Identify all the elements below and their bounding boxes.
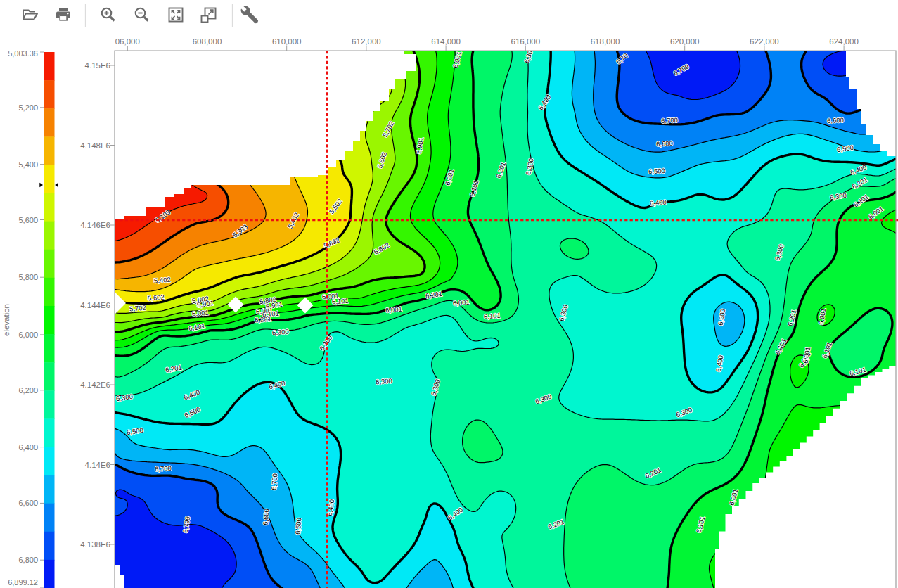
svg-text:6,600: 6,600 [656, 139, 673, 148]
svg-text:5,602: 5,602 [148, 293, 165, 302]
svg-text:6,400: 6,400 [650, 198, 667, 207]
svg-text:5,402: 5,402 [154, 276, 172, 285]
svg-text:6,500: 6,500 [294, 518, 303, 535]
svg-text:6,001: 6,001 [192, 309, 210, 318]
svg-text:6,300: 6,300 [376, 377, 393, 386]
svg-text:6,101: 6,101 [484, 312, 501, 321]
svg-text:6,600: 6,600 [262, 509, 271, 526]
svg-text:6,600: 6,600 [827, 116, 844, 124]
svg-text:5,702: 5,702 [129, 304, 147, 313]
svg-text:6,700: 6,700 [155, 464, 172, 473]
svg-text:6,001: 6,001 [453, 298, 470, 307]
svg-text:6,101: 6,101 [332, 297, 349, 306]
svg-text:6,300: 6,300 [272, 328, 290, 337]
svg-text:6,700: 6,700 [661, 116, 678, 124]
svg-text:6,201: 6,201 [255, 315, 272, 324]
svg-text:6,700: 6,700 [270, 473, 279, 491]
svg-text:6,001: 6,001 [385, 305, 403, 314]
svg-text:6,500: 6,500 [648, 167, 665, 175]
